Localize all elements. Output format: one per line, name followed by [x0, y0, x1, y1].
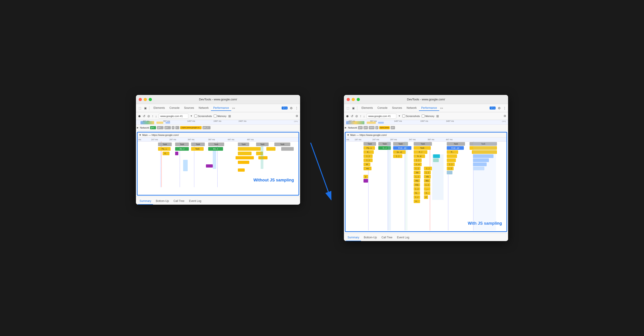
clear-icon[interactable]: ⊘: [147, 114, 150, 118]
tab-elements[interactable]: Elements: [151, 105, 167, 111]
right-ruler-447: 447 ms: [446, 138, 453, 141]
right-x-dots: X...: [424, 191, 430, 195]
task-task1: Task: [191, 147, 204, 151]
right-ruler-297: 297 ms: [390, 138, 397, 141]
right-memory-icon[interactable]: ⊞: [436, 114, 439, 118]
upload-icon[interactable]: ↑: [152, 114, 154, 118]
left-tab-call-tree[interactable]: Call Tree: [172, 198, 186, 205]
right-ruler-197: 197 ms: [354, 138, 362, 141]
right-ze: z...e: [414, 163, 422, 166]
right-screenshots-checkbox[interactable]: Screenshots: [402, 115, 420, 118]
issues-badge[interactable]: 🗨 1: [282, 107, 288, 110]
right-p: p: [364, 175, 368, 178]
url-dropdown-icon[interactable]: ▼: [190, 115, 192, 117]
right-window-controls: [347, 98, 360, 101]
right-network-expand-icon[interactable]: ▶: [345, 126, 347, 129]
right-flame-chart: Task Task Task Task Task Task Pa...L C..…: [346, 142, 506, 230]
right-ruler-397: 397 ms: [428, 138, 434, 141]
right-task-1: Task: [364, 142, 376, 146]
right-paren-r9: (...): [414, 175, 420, 178]
right-paren-r7a: (...): [414, 167, 420, 170]
right-e-row3: E...: [364, 150, 374, 154]
more-tabs[interactable]: >>: [231, 106, 236, 110]
tab-console[interactable]: Console: [167, 105, 182, 111]
left-tab-bottom-up[interactable]: Bottom-Up: [154, 198, 170, 205]
block-yellow-4: [236, 156, 254, 159]
right-more-tabs[interactable]: >>: [439, 106, 444, 110]
right-issues-badge[interactable]: 🗨 1: [490, 107, 496, 110]
left-tab-event-log[interactable]: Event Log: [187, 198, 203, 205]
device-icon[interactable]: ▣: [143, 106, 147, 110]
right-cursor-icon[interactable]: ⬚: [346, 106, 350, 110]
left-bottom-ruler: ms 247 ms 297 ms 347 ms 397 ms 447 ms 49…: [138, 138, 298, 142]
right-toolbar-sep: [357, 106, 357, 110]
download-icon[interactable]: ↓: [155, 114, 157, 118]
task-1-7: Task: [274, 143, 290, 146]
reload-icon[interactable]: ↺: [143, 114, 146, 118]
right-paren-r5: (...): [414, 159, 422, 162]
right-tab-event-log[interactable]: Event Log: [395, 234, 411, 241]
right-maximize-button[interactable]: [357, 98, 360, 101]
right-url-bar-row: ⏺ ↺ ⊘ ↑ ↓ ▼ Screenshots Memory ⊞ ⚙: [344, 112, 508, 120]
right-minimize-button[interactable]: [352, 98, 355, 101]
task-1-4: Task: [208, 143, 224, 146]
tasks-row1: Task Task Task Task Task Task Task: [140, 143, 296, 146]
record-icon[interactable]: ⏺: [138, 114, 141, 118]
right-vla: vla: [424, 175, 431, 178]
right-tab-performance[interactable]: Performance: [419, 105, 439, 111]
left-tab-summary[interactable]: Summary: [138, 198, 153, 205]
right-tab-network[interactable]: Network: [404, 105, 419, 111]
right-record-icon[interactable]: ⏺: [346, 114, 349, 118]
net-chip-4: n...: [175, 126, 179, 129]
memory-icon[interactable]: ⊞: [228, 114, 231, 118]
right-net-chip-2: client: [369, 126, 374, 129]
right-tab-summary[interactable]: Summary: [346, 234, 361, 241]
right-capture-settings-icon[interactable]: ⚙: [504, 114, 506, 118]
task-1-3: Task: [191, 143, 205, 146]
right-settings-icon[interactable]: ⚙: [498, 106, 501, 110]
right-reload-icon[interactable]: ↺: [351, 114, 354, 118]
right-tab-call-tree[interactable]: Call Tree: [380, 234, 394, 241]
block-purple-2: [206, 164, 213, 168]
right-url-dropdown-icon[interactable]: ▼: [398, 115, 400, 117]
right-tab-elements[interactable]: Elements: [359, 105, 375, 111]
close-button[interactable]: [139, 98, 142, 101]
right-teal-band-2: [405, 142, 408, 230]
task-yellow-3: [238, 152, 252, 155]
maximize-button[interactable]: [149, 98, 152, 101]
tab-sources[interactable]: Sources: [182, 105, 196, 111]
right-memory-checkbox[interactable]: Memory: [422, 115, 434, 118]
right-download-icon[interactable]: ↓: [363, 114, 365, 118]
task-purple-1: [175, 152, 178, 155]
right-main-collapse-icon[interactable]: ▼: [347, 134, 349, 136]
right-clear-icon[interactable]: ⊘: [355, 114, 358, 118]
main-collapse-icon[interactable]: ▼: [139, 134, 142, 136]
right-kla: Kla: [414, 183, 420, 187]
ruler-347: 347 ms: [188, 138, 194, 141]
right-more-options-icon[interactable]: ⋮: [503, 106, 506, 110]
right-teal-r8: [447, 171, 452, 174]
right-close-button[interactable]: [347, 98, 350, 101]
memory-checkbox[interactable]: Memory: [214, 115, 226, 118]
settings-icon[interactable]: ⚙: [290, 106, 293, 110]
screenshots-checkbox[interactable]: Screenshots: [194, 115, 212, 118]
capture-settings-icon[interactable]: ⚙: [296, 114, 298, 118]
right-tab-bottom-up[interactable]: Bottom-Up: [362, 234, 378, 241]
ruler-497: 497 ms: [247, 138, 254, 141]
network-expand-icon[interactable]: ▶: [137, 126, 139, 129]
ruler-397: 397 ms: [208, 138, 215, 141]
url-input[interactable]: [159, 114, 188, 119]
tab-performance[interactable]: Performance: [211, 105, 231, 111]
right-tab-sources[interactable]: Sources: [390, 105, 404, 111]
tab-network[interactable]: Network: [196, 105, 211, 111]
right-url-input[interactable]: [367, 114, 396, 119]
right-main-header: ▼ Main — https://www.google.com/: [346, 133, 506, 138]
right-net-chip-3: gr: [375, 126, 378, 129]
right-device-icon[interactable]: ▣: [351, 106, 355, 110]
right-upload-icon[interactable]: ↑: [360, 114, 362, 118]
more-options-icon[interactable]: ⋮: [295, 106, 298, 110]
minimize-button[interactable]: [144, 98, 147, 101]
right-tab-console[interactable]: Console: [375, 105, 390, 111]
cursor-icon[interactable]: ⬚: [138, 106, 142, 110]
right-zla: zla: [414, 171, 420, 174]
